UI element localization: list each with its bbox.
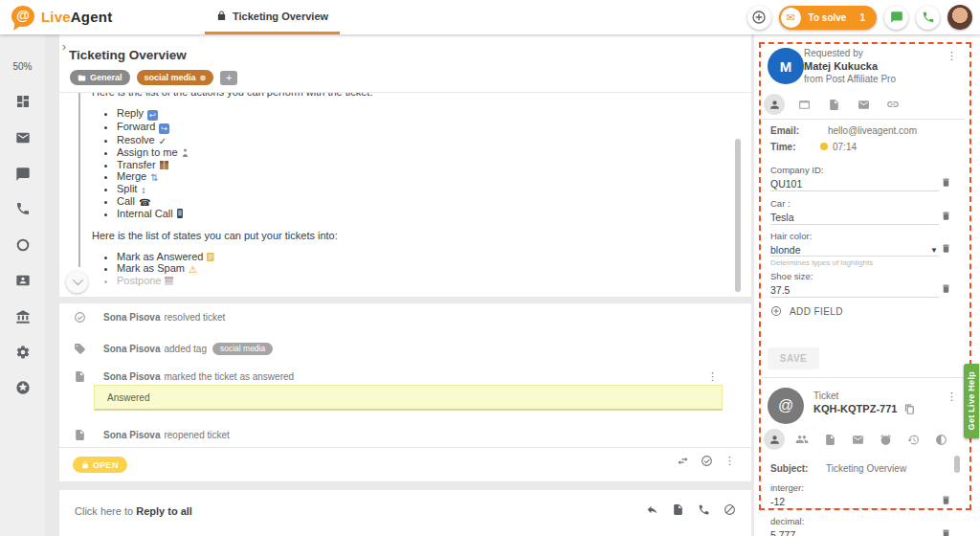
- time-status-dot: [820, 143, 828, 150]
- sidebar-item-calls[interactable]: [0, 197, 45, 220]
- plus-circle-icon: [751, 10, 767, 25]
- call-button[interactable]: [916, 6, 940, 30]
- delete-field-button[interactable]: [941, 177, 951, 188]
- row-menu-icon[interactable]: ⋮: [707, 370, 718, 383]
- field-underline: [770, 190, 939, 191]
- copy-icon[interactable]: [904, 404, 915, 414]
- ticket-tab-mail[interactable]: [847, 429, 868, 450]
- chat-button[interactable]: [884, 6, 908, 30]
- contact-tab-mail[interactable]: [853, 94, 874, 115]
- reply-button[interactable]: [646, 503, 658, 516]
- add-new-button[interactable]: [747, 6, 771, 30]
- contact-tab-card[interactable]: [793, 94, 814, 115]
- field-value[interactable]: 37.5: [770, 284, 790, 296]
- block-button[interactable]: [724, 503, 736, 516]
- person-emoji-icon: [182, 148, 189, 157]
- reply-emoji-icon: ↩: [147, 110, 158, 121]
- sidebar-item-contacts[interactable]: [0, 269, 45, 292]
- resolve-button[interactable]: [701, 455, 713, 467]
- more-actions-icon[interactable]: ⋮: [724, 455, 735, 467]
- reply-card: Click here to Reply to all: [59, 490, 751, 536]
- ticket-tab-details[interactable]: [764, 429, 785, 450]
- requester-menu-icon[interactable]: ⋮: [947, 50, 957, 62]
- call-contact-button[interactable]: [698, 503, 710, 516]
- action-label: Assign to me: [117, 146, 178, 158]
- reply-arrow-icon: [646, 503, 658, 516]
- field-label: decimal:: [770, 516, 804, 526]
- delete-field-button[interactable]: [941, 243, 951, 254]
- requester-initial: M: [780, 58, 792, 75]
- sidebar-item-tickets[interactable]: [0, 126, 45, 149]
- expand-message-button[interactable]: [66, 271, 88, 293]
- sidebar-item-social[interactable]: [0, 234, 45, 257]
- field-value[interactable]: 5.777: [770, 529, 795, 536]
- get-live-help-tab[interactable]: Get Live Help: [964, 364, 979, 438]
- file-icon: [74, 429, 86, 441]
- contact-tab-files[interactable]: [823, 94, 844, 115]
- sidebar-item-gamification[interactable]: [0, 376, 45, 399]
- message-scrollbar[interactable]: [735, 139, 741, 292]
- tag-social-media[interactable]: social media ⊗: [137, 70, 214, 85]
- delete-field-button[interactable]: [941, 283, 951, 294]
- top-header: @ LiveAgent Ticketing Overview ✉ To solv…: [0, 0, 980, 34]
- lock-icon: [81, 461, 89, 469]
- remove-tag-icon[interactable]: ⊗: [200, 74, 207, 82]
- add-field-button[interactable]: ADD FIELD: [770, 305, 843, 317]
- ticket-menu-icon[interactable]: ⋮: [947, 391, 957, 403]
- ticket-tab-contrast[interactable]: [930, 429, 951, 450]
- ticket-tab-files[interactable]: [819, 429, 840, 450]
- tag-general[interactable]: General: [70, 70, 130, 85]
- status-badge-open[interactable]: OPEN: [73, 457, 127, 473]
- subject-value: Ticketing Overview: [826, 463, 906, 474]
- activity-user: Sona Pisova: [103, 344, 160, 354]
- ticket-tab-participants[interactable]: [791, 429, 813, 450]
- tags-row: General social media ⊗ +: [70, 70, 237, 85]
- dashboard-icon: [15, 94, 31, 109]
- sidebar-item-dashboard[interactable]: [0, 90, 45, 113]
- sidebar-item-settings[interactable]: [0, 341, 45, 364]
- ticket-title-card: › Ticketing Overview General social medi…: [59, 34, 751, 92]
- requester-avatar[interactable]: M: [768, 48, 804, 84]
- header-actions: ✉ To solve 1: [747, 5, 972, 30]
- panel-scrollbar[interactable]: [954, 456, 960, 473]
- contact-tab-person[interactable]: [764, 94, 785, 115]
- delete-field-button[interactable]: [941, 495, 951, 505]
- link-icon: [886, 98, 900, 111]
- delete-field-button[interactable]: [941, 211, 951, 221]
- activity-action: marked the ticket as answered: [164, 371, 294, 382]
- field-value-dropdown[interactable]: blonde: [770, 244, 801, 256]
- ticket-lock-icon: [216, 11, 227, 21]
- field-label: Shoe size:: [770, 271, 813, 281]
- delete-field-button[interactable]: [941, 528, 951, 536]
- ticket-tab-history[interactable]: [902, 429, 924, 450]
- divider: [762, 377, 965, 378]
- chevron-down-icon[interactable]: ▼: [930, 246, 938, 255]
- contact-tab-link[interactable]: [882, 94, 903, 115]
- sidebar-item-companies[interactable]: [0, 305, 45, 328]
- group-icon: [795, 433, 809, 446]
- sidebar-item-chats[interactable]: [0, 163, 45, 186]
- collapse-chevron-icon[interactable]: ›: [62, 40, 66, 54]
- save-button[interactable]: SAVE: [768, 347, 819, 369]
- field-value[interactable]: QU101: [770, 178, 802, 190]
- reply-to-all-field[interactable]: Click here to Reply to all: [75, 505, 192, 517]
- answered-note: Answered: [94, 385, 723, 411]
- email-value[interactable]: hello@liveagent.com: [828, 125, 917, 136]
- note-button[interactable]: [672, 503, 684, 516]
- transfer-button[interactable]: [677, 455, 689, 467]
- add-tag-button[interactable]: +: [220, 71, 237, 85]
- liveagent-logo[interactable]: @ LiveAgent: [11, 6, 112, 27]
- to-solve-button[interactable]: ✉ To solve 1: [779, 6, 877, 30]
- ticket-message-card: Here is the list of the actions you can …: [59, 93, 751, 297]
- badge-star-icon: [15, 380, 31, 395]
- reply-bold: Reply to all: [136, 505, 192, 517]
- activity-row-tag: Sona Pisova added tag social media: [59, 339, 751, 358]
- calendar-emoji-icon: [165, 277, 173, 285]
- field-value[interactable]: Tesla: [770, 212, 794, 223]
- tab-ticketing-overview[interactable]: Ticketing Overview: [205, 0, 340, 34]
- field-value[interactable]: -12: [770, 496, 785, 507]
- ticket-tab-alarm[interactable]: [875, 429, 896, 450]
- user-avatar[interactable]: [947, 5, 972, 30]
- activity-row-resolved: Sona Pisova resolved ticket: [59, 307, 751, 326]
- phone-emoji-icon: ☎: [139, 198, 150, 207]
